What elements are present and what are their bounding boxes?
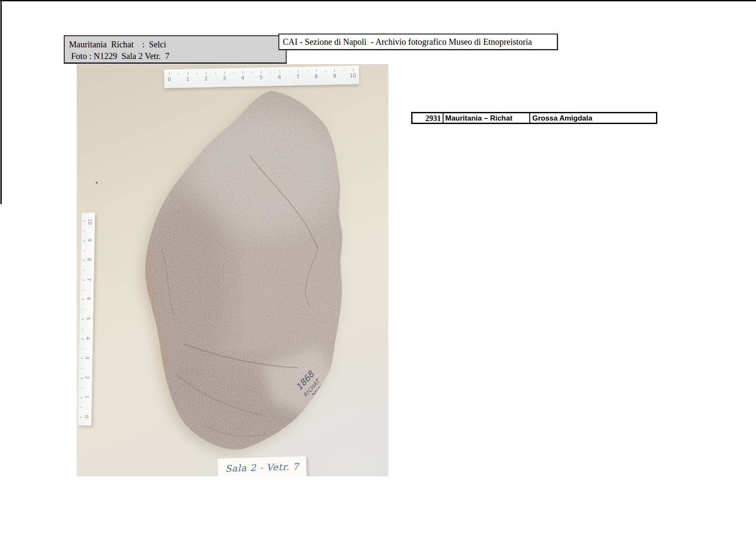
- title-box-line2: Foto : N1229 Sala 2 Vetr. 7: [69, 51, 169, 61]
- ruler-midtick: [307, 71, 307, 72]
- ruler-tick: [81, 338, 84, 339]
- ruler-number: 5: [258, 75, 265, 81]
- ruler-midtick: [215, 72, 216, 74]
- archive-header-box: CAI - Sezione di Napoli - Archivio fotog…: [278, 34, 558, 50]
- page-left-border: [0, 0, 2, 204]
- ruler-tick: [81, 378, 83, 379]
- ruler-number: 2: [203, 76, 209, 82]
- ruler-number: 1: [184, 76, 191, 82]
- ruler-tick: [261, 71, 262, 73]
- artifact-photograph: 1868 RICHAT 2931 012345678910 1098765432…: [77, 64, 388, 476]
- ruler-tick: [169, 72, 170, 75]
- ruler-midtick: [325, 70, 326, 72]
- ruler-tick: [243, 71, 243, 74]
- archive-sheet: Mauritania Richat : Selci Foto : N1229 S…: [0, 0, 756, 534]
- ruler-tick: [82, 260, 85, 261]
- ruler-number: 1: [84, 395, 90, 401]
- ruler-midtick: [197, 73, 197, 75]
- ruler-tick: [187, 72, 188, 75]
- ruler-number: 0: [83, 415, 89, 421]
- shelf-label-slip: Sala 2 - Vetr. 7: [217, 456, 306, 476]
- ruler-tick: [353, 69, 353, 71]
- ruler-number: 3: [84, 356, 90, 362]
- ruler-midtick: [82, 329, 84, 329]
- ruler-midtick: [252, 71, 252, 73]
- ruler-tick: [83, 240, 85, 241]
- ruler-tick: [298, 70, 298, 72]
- ruler-number: 7: [294, 74, 301, 80]
- ruler-tick: [81, 358, 83, 359]
- ruler-midtick: [83, 270, 84, 270]
- ruler-number: 9: [331, 73, 338, 79]
- ruler-tick: [316, 69, 316, 72]
- catalog-number-cell: 2931: [412, 113, 444, 123]
- ruler-number: 9: [86, 239, 92, 245]
- page-top-border: [0, 0, 756, 1]
- ruler-midtick: [81, 368, 83, 369]
- dust-speck: [96, 182, 98, 183]
- ruler-tick: [225, 71, 225, 74]
- ruler-number: 3: [221, 75, 228, 81]
- ruler-tick: [80, 417, 82, 418]
- ruler-tick: [82, 280, 85, 280]
- ruler-tick: [279, 70, 280, 73]
- ruler-midtick: [344, 70, 344, 71]
- ruler-midtick: [84, 231, 85, 231]
- catalog-object-cell: Grossa Amigdala: [530, 113, 656, 123]
- ruler-number: 8: [86, 258, 92, 264]
- ruler-number: 6: [85, 297, 91, 303]
- ruler-tick: [82, 299, 84, 300]
- catalog-locality-cell: Mauritania – Richat: [444, 113, 530, 123]
- ruler-tick: [80, 397, 83, 398]
- ruler-number: 10: [87, 219, 93, 225]
- ruler-midtick: [289, 71, 289, 73]
- ruler-number: 4: [239, 75, 246, 81]
- ruler-midtick: [81, 348, 83, 349]
- stone-artifact: 1868 RICHAT 2931: [77, 64, 388, 476]
- ruler-number: 8: [313, 73, 320, 79]
- ruler-midtick: [80, 407, 82, 408]
- ruler-number: 2: [84, 376, 90, 382]
- ruler-number: 0: [166, 76, 173, 82]
- ruler-midtick: [82, 309, 84, 310]
- ruler-number: 4: [84, 337, 91, 343]
- ruler-number: 6: [276, 74, 283, 80]
- catalog-row: 2931 Mauritania – Richat Grossa Amigdala: [411, 112, 657, 124]
- ruler-midtick: [270, 71, 271, 73]
- ruler-midtick: [81, 388, 82, 388]
- ruler-number: 5: [85, 317, 91, 323]
- ruler-number: 10: [350, 72, 356, 78]
- ruler-tick: [206, 72, 206, 75]
- ruler-midtick: [178, 73, 179, 75]
- ruler-number: 7: [85, 278, 91, 284]
- ruler-tick: [334, 69, 335, 71]
- ruler-midtick: [83, 250, 85, 251]
- title-box-line1: Mauritania Richat : Selci: [69, 40, 166, 49]
- ruler-midtick: [82, 290, 84, 290]
- ruler-tick: [83, 221, 86, 221]
- archive-header-text: CAI - Sezione di Napoli - Archivio fotog…: [283, 37, 532, 47]
- title-box: Mauritania Richat : Selci Foto : N1229 S…: [64, 35, 287, 64]
- ruler-tick: [81, 319, 84, 320]
- shelf-label-text: Sala 2 - Vetr. 7: [225, 462, 299, 474]
- ruler-midtick: [234, 72, 234, 74]
